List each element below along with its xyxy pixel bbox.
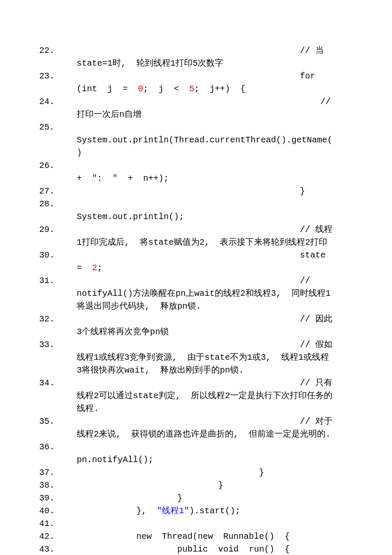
code-line: 39. } [58,492,334,505]
code-line: 41. [58,517,334,530]
number-literal: 0 [138,84,143,94]
code-text: } [177,493,182,503]
line-number: 27. [58,185,75,198]
code-text: System.out.println(Thread.currentThread(… [77,135,332,158]
code-line: 43. public void run() { [58,543,334,555]
code-text: } [259,468,264,477]
number-literal: 5 [189,84,194,94]
line-number: 43. [58,543,75,555]
code-line: 26. + ": " + n++); [58,159,334,185]
line-number: 28. [58,198,75,211]
code-line: 25. System.out.println(Thread.currentThr… [58,121,334,159]
code-text: // 假如线程1或线程3竞争到资源, 由于state不为1或3, 线程1或线程3… [77,340,332,375]
code-text: new Thread(new Runnable() { [136,532,290,541]
line-number: 32. [58,313,75,326]
line-number: 39. [58,492,75,505]
line-number: 42. [58,530,75,543]
line-number: 31. [58,275,75,287]
code-text: ).start(); [189,506,240,516]
line-number: 35. [58,415,75,428]
code-text: + n++); [118,173,169,183]
code-line: 38. } [58,479,334,492]
code-line: 32. // 因此3个线程将再次竞争pn锁 [58,313,334,338]
line-number: 37. [58,466,75,479]
code-text: }, [136,506,157,516]
code-text: pn.notifyAll(); [77,455,164,465]
code-line: 42. new Thread(new Runnable() { [58,530,334,543]
string-literal: "线程1" [157,506,189,516]
line-number: 29. [58,223,75,236]
code-listing: 22. // 当state=1时, 轮到线程1打印5次数字23. for (in… [58,44,334,555]
line-number: 33. [58,338,75,351]
line-number: 40. [58,505,75,517]
code-line: 36. pn.notifyAll(); [58,441,334,466]
code-text: System.out.println(); [77,212,184,222]
line-number: 38. [58,479,75,492]
code-line: 33. // 假如线程1或线程3竞争到资源, 由于state不为1或3, 线程1… [58,338,334,377]
code-line: 29. // 线程1打印完成后, 将state赋值为2, 表示接下来将轮到线程2… [58,223,334,249]
line-number: 30. [58,249,75,262]
line-number: 34. [58,377,75,390]
code-line: 35. // 对于线程2来说, 获得锁的道路也许是曲折的, 但前途一定是光明的. [58,415,334,441]
code-text: ; j < [143,84,189,94]
code-text: // 线程1打印完成后, 将state赋值为2, 表示接下来将轮到线程2打印 [77,225,332,247]
line-number: 41. [58,517,75,530]
code-line: 24. // 打印一次后n自增 [58,95,334,121]
code-text: // 只有线程2可以通过state判定, 所以线程2一定是执行下次打印任务的线程… [77,378,332,413]
code-text: state = [77,250,336,273]
string-literal: ": " [92,173,118,183]
number-literal: 2 [92,263,97,273]
code-line: 30. state = 2; [58,249,334,275]
code-line: 23. for (int j = 0; j < 5; j++) { [58,70,334,95]
code-text: } [300,186,305,196]
line-number: 22. [58,44,75,57]
code-line: 34. // 只有线程2可以通过state判定, 所以线程2一定是执行下次打印任… [58,377,334,415]
code-text: // 因此3个线程将再次竞争pn锁 [77,314,332,337]
line-number: 25. [58,121,75,134]
code-line: 37. } [58,466,334,479]
line-number: 36. [58,441,75,454]
line-number: 26. [58,159,75,172]
code-line: 31. // notifyAll()方法唤醒在pn上wait的线程2和线程3, … [58,275,334,313]
code-text: } [218,480,223,490]
code-line: 27. } [58,185,334,198]
code-text: // 对于线程2来说, 获得锁的道路也许是曲折的, 但前途一定是光明的. [77,416,332,439]
line-number: 24. [58,95,75,108]
code-line: 40. }, "线程1").start(); [58,505,334,517]
code-line: 22. // 当state=1时, 轮到线程1打印5次数字 [58,44,334,70]
code-text: // 当state=1时, 轮到线程1打印5次数字 [77,46,324,68]
code-text: ; [97,263,112,273]
code-text: // 打印一次后n自增 [77,97,336,119]
code-line: 28. System.out.println(); [58,198,334,223]
code-text: + [77,173,92,183]
code-text: ; j++) { [194,84,245,94]
code-text: public void run() { [177,544,290,554]
line-number: 23. [58,70,75,83]
code-text: // notifyAll()方法唤醒在pn上wait的线程2和线程3, 同时线程… [77,276,331,311]
